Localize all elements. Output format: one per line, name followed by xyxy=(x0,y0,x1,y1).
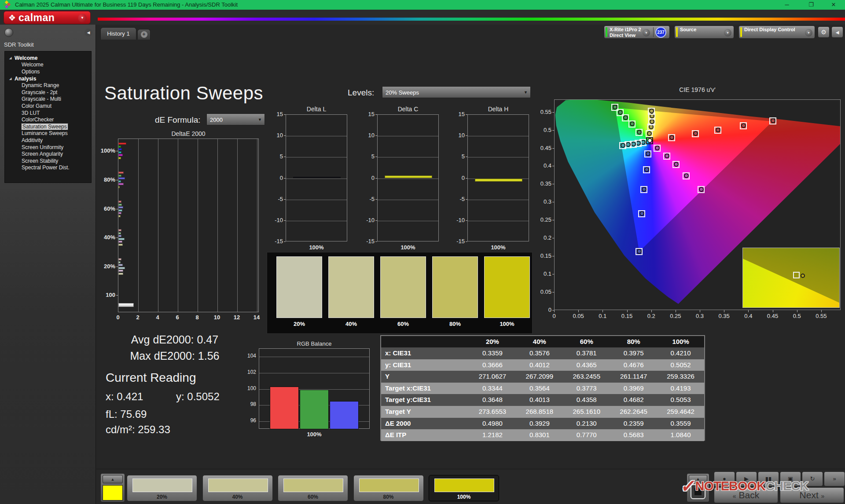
tree-expander-icon[interactable]: ◢ xyxy=(9,75,11,82)
page-title: Saturation Sweeps xyxy=(104,83,263,104)
refresh-button[interactable]: ↻ xyxy=(802,471,823,486)
table-row: Target y:CIE310.36480.40130.43580.46820.… xyxy=(381,394,704,406)
stop-button[interactable] xyxy=(691,484,705,499)
calman-menu-chevron-icon[interactable]: ▼ xyxy=(78,14,87,22)
pattern-button-80%[interactable]: 80% xyxy=(353,475,424,501)
measured-point-yellow xyxy=(647,131,652,136)
workflow-orb-icon[interactable] xyxy=(4,28,13,37)
sidebar-item-grayscale-2pt[interactable]: Grayscale - 2pt xyxy=(5,89,91,96)
sidebar-item-colorchecker[interactable]: ColorChecker xyxy=(5,117,91,124)
chevron-down-icon[interactable]: ▼ xyxy=(643,29,650,37)
gridline xyxy=(138,139,139,312)
sidebar-item-additivity[interactable]: Additivity xyxy=(5,137,91,144)
restore-button[interactable]: ❐ xyxy=(801,0,821,10)
more-button[interactable]: » xyxy=(824,471,845,486)
window-titlebar: Calman 2025 Calman Ultimate for Business… xyxy=(0,0,845,10)
sidebar-item-grayscale-multi[interactable]: Grayscale - Multi xyxy=(5,96,91,103)
table-row: x: CIE310.33590.35760.37810.39750.4210 xyxy=(381,347,704,359)
plot-area xyxy=(118,139,259,312)
table-header-row: 20%40%60%80%100% xyxy=(381,336,704,347)
sidebar-item-color-gamut[interactable]: Color Gamut xyxy=(5,103,91,110)
play-button[interactable]: ▶ xyxy=(736,471,757,486)
sidebar-group-welcome[interactable]: ◢Welcome xyxy=(5,55,91,62)
chevron-down-icon[interactable]: ▼ xyxy=(805,29,812,37)
pattern-button-100%[interactable]: 100% xyxy=(429,475,499,501)
table-cell: 0.3773 xyxy=(563,383,610,394)
minimize-button[interactable]: ─ xyxy=(777,0,797,10)
axis-tick xyxy=(375,220,377,221)
table-cell: 1.0840 xyxy=(657,429,704,441)
y-group-label: 80% xyxy=(95,176,115,183)
y-tick-label: 0.45 xyxy=(536,145,551,151)
row-label: ΔE ITP xyxy=(381,429,469,441)
de-bar-green xyxy=(118,204,122,206)
table-cell: 0.4682 xyxy=(610,394,657,406)
de-bar-red xyxy=(118,172,124,174)
sidebar-item-welcome[interactable]: Welcome xyxy=(5,62,91,69)
sidebar-item-options[interactable]: Options xyxy=(5,69,91,76)
axis-tick xyxy=(552,220,554,220)
screen-button[interactable]: ▣ xyxy=(780,471,801,486)
rgb-bar-blue xyxy=(330,401,359,429)
sidebar-item-dynamic-range[interactable]: Dynamic Range xyxy=(5,82,91,89)
axis-tick xyxy=(466,114,467,115)
sidebar-item-spectral-power-dist-[interactable]: Spectral Power Dist. xyxy=(5,164,91,172)
table-cell: 0.4365 xyxy=(563,359,610,371)
sidebar-group-analysis[interactable]: ◢Analysis xyxy=(5,75,91,82)
sidebar-item-screen-stability[interactable]: Screen Stability xyxy=(5,158,91,165)
pattern-button-40%[interactable]: 40% xyxy=(202,475,273,501)
measured-point-green xyxy=(623,115,628,120)
pattern-button-20%[interactable]: 20% xyxy=(127,475,197,501)
pattern-button-60%[interactable]: 60% xyxy=(278,475,348,501)
sidebar-item-luminance-sweeps[interactable]: Luminance Sweeps xyxy=(5,130,91,137)
y-tick-label: 10 xyxy=(270,132,283,139)
de-bar-cyan xyxy=(118,209,122,212)
axis-tick xyxy=(284,114,286,115)
reading-fl: fL: 75.69 xyxy=(106,408,147,420)
pause-button[interactable]: ▮▮ xyxy=(758,471,779,486)
chevron-down-icon[interactable]: ▼ xyxy=(724,29,731,37)
sidebar-item-saturation-sweeps[interactable]: Saturation Sweeps xyxy=(5,124,91,131)
add-tab-button[interactable]: + xyxy=(137,29,151,40)
source-status-stripe xyxy=(676,27,678,37)
gridline xyxy=(217,139,218,312)
record-button[interactable]: ● xyxy=(714,471,735,486)
axis-tick xyxy=(466,157,467,157)
tab-history-1[interactable]: History 1 xyxy=(100,27,136,40)
measured-point-magenta xyxy=(684,173,689,178)
table-cell: 0.3564 xyxy=(516,383,563,394)
source-dropdown[interactable]: Source ▼ xyxy=(674,26,734,39)
current-pattern-swatch[interactable] xyxy=(103,485,123,500)
sidebar-collapse-button[interactable]: ◀ xyxy=(84,29,92,37)
gridline xyxy=(468,221,529,221)
sidebar-item-screen-angularity[interactable]: Screen Angularity xyxy=(5,151,91,158)
y-tick-label: 0.05 xyxy=(536,289,551,295)
axis-tick xyxy=(375,114,377,115)
back-button[interactable]: « Back xyxy=(714,487,778,503)
gridline xyxy=(378,157,438,157)
close-button[interactable]: ✕ xyxy=(824,0,843,10)
more-icon: » xyxy=(833,475,836,482)
table-cell: 0.7770 xyxy=(563,429,610,441)
next-button[interactable]: Next » xyxy=(780,487,844,503)
axis-tick xyxy=(651,310,652,312)
y-tick-label: 0.35 xyxy=(536,180,551,187)
pattern-label: 100% xyxy=(429,494,499,500)
sidebar-item-3d-lut[interactable]: 3D LUT xyxy=(5,110,91,117)
y-tick-label: 15 xyxy=(452,111,465,117)
sweep-swatch-label: 80% xyxy=(432,321,478,327)
gridline xyxy=(259,373,369,373)
display-control-dropdown[interactable]: Direct Display Control ▼ xyxy=(738,26,815,39)
sidebar-item-screen-uniformity[interactable]: Screen Uniformity xyxy=(5,144,91,151)
settings-button[interactable]: ⚙ xyxy=(818,26,830,38)
table-cell: 0.3559 xyxy=(657,418,704,430)
axis-tick xyxy=(116,209,118,209)
pattern-expand-button[interactable]: ▲ xyxy=(103,475,123,483)
calman-menu-button[interactable]: ❖ calman ▼ xyxy=(4,11,91,24)
session-expand-button[interactable]: ▲ xyxy=(689,475,707,482)
levels-dropdown[interactable]: 20% Sweeps ▼ xyxy=(382,86,531,98)
tree-expander-icon[interactable]: ◢ xyxy=(9,55,11,62)
de-formula-dropdown[interactable]: 2000 ▼ xyxy=(206,113,265,125)
collapse-panel-button[interactable]: ◀ xyxy=(831,26,843,38)
table-cell: 0.4012 xyxy=(516,359,563,371)
